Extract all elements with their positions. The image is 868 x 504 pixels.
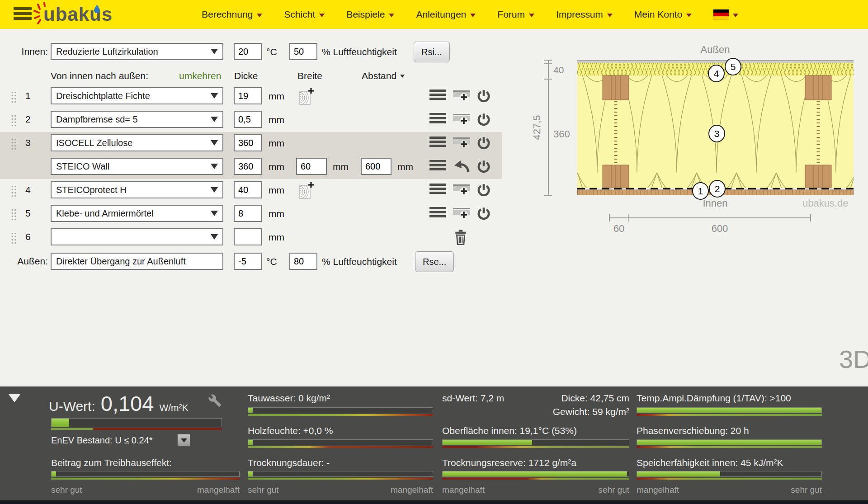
drag-handle-icon[interactable] bbox=[11, 138, 17, 150]
power-toggle-icon[interactable] bbox=[476, 113, 491, 129]
row-number: 5 bbox=[25, 208, 35, 219]
results-panel: U-Wert: 0,104 W/m²K EnEV Bestand: U ≤ 0.… bbox=[0, 386, 868, 504]
select-arrow-icon bbox=[211, 93, 218, 99]
wood-grain-icon[interactable] bbox=[299, 88, 314, 107]
add-layer-icon[interactable] bbox=[452, 137, 471, 153]
enev-text: EnEV Bestand: U ≤ 0.24* bbox=[51, 435, 152, 446]
watermark: ubakus.de bbox=[802, 198, 849, 209]
layer-marker-5[interactable]: 5 bbox=[725, 58, 741, 75]
nav-mein-konto[interactable]: Mein Konto bbox=[634, 9, 692, 20]
dim-tick bbox=[628, 214, 629, 221]
chevron-down-icon bbox=[529, 14, 534, 17]
col-abstand[interactable]: Abstand bbox=[362, 71, 405, 81]
material-select[interactable] bbox=[51, 228, 223, 245]
logo-drop-icon bbox=[94, 5, 100, 15]
power-toggle-icon[interactable] bbox=[476, 89, 491, 105]
abstand-input[interactable] bbox=[361, 158, 392, 175]
layer-marker-2[interactable]: 2 bbox=[709, 180, 726, 198]
nav-beispiele[interactable]: Beispiele bbox=[346, 9, 394, 20]
material-select[interactable]: Klebe- und Armiermörtel bbox=[51, 205, 223, 222]
dicke-input[interactable] bbox=[234, 181, 262, 198]
logo[interactable]: ubakus bbox=[43, 3, 113, 26]
aussen-temp-input[interactable] bbox=[234, 253, 262, 270]
innen-row: Innen: Reduzierte Luftzirkulation °C % L… bbox=[0, 41, 502, 64]
select-arrow-icon bbox=[211, 187, 218, 193]
dim-line-horizontal bbox=[609, 217, 811, 218]
rsi-button[interactable]: Rsi... bbox=[414, 42, 450, 62]
dim-tick bbox=[544, 63, 552, 64]
dim-tick bbox=[609, 214, 610, 221]
drag-handle-icon[interactable] bbox=[11, 185, 17, 197]
drag-handle-icon[interactable] bbox=[11, 91, 17, 103]
material-select[interactable]: STEICOprotect H bbox=[51, 181, 223, 198]
row-menu-icon[interactable] bbox=[429, 207, 446, 219]
row-menu-icon[interactable] bbox=[429, 113, 446, 125]
undo-stud-icon[interactable] bbox=[453, 160, 471, 176]
stud-material-select[interactable]: STEICO Wall bbox=[51, 158, 223, 175]
wood-grain-icon[interactable] bbox=[299, 182, 314, 201]
row-menu-icon[interactable] bbox=[429, 184, 446, 196]
reverse-link[interactable]: umkehren bbox=[179, 71, 221, 81]
nav-anleitungen[interactable]: Anleitungen bbox=[416, 9, 476, 20]
bottom-strip bbox=[0, 500, 868, 504]
add-layer-icon[interactable] bbox=[452, 113, 471, 129]
trash-icon[interactable] bbox=[454, 229, 467, 247]
nav-impressum[interactable]: Impressum bbox=[556, 9, 613, 20]
chevron-down-icon bbox=[319, 14, 325, 17]
nav-language[interactable] bbox=[713, 9, 738, 19]
row-number: 1 bbox=[25, 90, 35, 101]
material-select[interactable]: Dampfbremse sd= 5 bbox=[51, 111, 223, 128]
wrench-icon[interactable] bbox=[208, 394, 222, 410]
dicke-input[interactable] bbox=[234, 228, 262, 245]
dicke-input[interactable] bbox=[234, 205, 262, 222]
oberflaeche-bar bbox=[442, 439, 629, 448]
material-select[interactable]: Dreischichtplatte Fichte bbox=[51, 87, 223, 104]
aussen-humidity-input[interactable] bbox=[289, 253, 317, 270]
chevron-down-icon bbox=[257, 14, 262, 17]
chevron-down-icon bbox=[733, 14, 738, 17]
drag-handle-icon[interactable] bbox=[11, 232, 17, 244]
select-arrow-icon bbox=[211, 211, 218, 216]
nav-schicht[interactable]: Schicht bbox=[284, 9, 325, 20]
row-menu-icon[interactable] bbox=[429, 160, 446, 172]
drag-handle-icon[interactable] bbox=[11, 114, 17, 127]
phase-text: Phasenverschiebung: 20 h bbox=[637, 425, 749, 436]
dicke-input[interactable] bbox=[234, 87, 262, 104]
innen-temp-input[interactable] bbox=[234, 43, 262, 60]
add-layer-icon[interactable] bbox=[452, 89, 471, 106]
col-dicke: Dicke bbox=[234, 71, 258, 81]
layer-marker-4[interactable]: 4 bbox=[708, 65, 725, 82]
dicke-input[interactable] bbox=[234, 111, 262, 128]
holzfeuchte-bar bbox=[248, 439, 433, 448]
aussen-surface-select[interactable]: Direkter Übergang zur Außenluft bbox=[51, 253, 223, 270]
collapse-panel-icon[interactable] bbox=[8, 394, 21, 402]
nav-berechnung[interactable]: Berechnung bbox=[202, 9, 262, 20]
dicke-input[interactable] bbox=[234, 134, 262, 151]
innen-surface-select[interactable]: Reduzierte Luftzirkulation bbox=[51, 43, 223, 60]
nav-links: Berechnung Schicht Beispiele Anleitungen… bbox=[202, 0, 738, 29]
row-menu-icon[interactable] bbox=[429, 89, 446, 102]
breite-input[interactable] bbox=[296, 158, 327, 175]
chevron-down-icon bbox=[686, 14, 692, 17]
row-menu-icon[interactable] bbox=[429, 137, 446, 149]
material-select[interactable]: ISOCELL Zellulose bbox=[51, 134, 223, 151]
power-toggle-icon[interactable] bbox=[476, 136, 491, 152]
add-layer-icon[interactable] bbox=[452, 184, 471, 200]
tauwasser-text: Tauwasser: 0 kg/m² bbox=[248, 393, 330, 404]
dicke-input[interactable] bbox=[234, 158, 262, 175]
dim-600: 600 bbox=[701, 223, 739, 235]
power-toggle-icon[interactable] bbox=[476, 207, 491, 223]
view-3d-button[interactable]: 3D bbox=[839, 344, 868, 374]
add-layer-icon[interactable] bbox=[452, 207, 471, 223]
drag-handle-icon[interactable] bbox=[11, 208, 17, 221]
innen-humidity-input[interactable] bbox=[289, 43, 317, 60]
layer-marker-3[interactable]: 3 bbox=[708, 125, 725, 142]
power-toggle-icon[interactable] bbox=[476, 183, 491, 199]
rse-button[interactable]: Rse... bbox=[415, 251, 454, 272]
row-number: 6 bbox=[25, 231, 35, 242]
power-toggle-icon[interactable] bbox=[476, 160, 491, 176]
hamburger-menu-icon[interactable] bbox=[14, 7, 32, 22]
speicher-text: Speicherfähigkeit innen: 45 kJ/m²K bbox=[637, 457, 783, 468]
nav-forum[interactable]: Forum bbox=[497, 9, 534, 20]
enev-dropdown-button[interactable] bbox=[177, 434, 190, 447]
